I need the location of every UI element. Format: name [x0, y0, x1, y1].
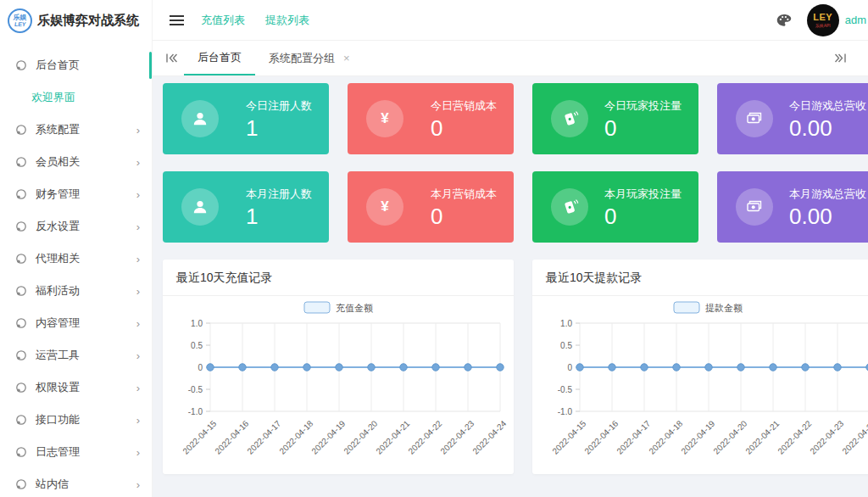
circle-icon	[15, 253, 27, 265]
sidebar-item-rebate[interactable]: 反水设置 ›	[0, 210, 152, 243]
sidebar-item-operations[interactable]: 运营工具 ›	[0, 339, 152, 371]
svg-text:2022-04-20: 2022-04-20	[711, 418, 748, 455]
sidebar-item-label: 运营工具	[36, 348, 80, 363]
recharge-chart-panel: 最近10天充值记录 充值金额1.00.50-0.5-1.02022-04-152…	[163, 260, 514, 474]
sidebar-item-finance[interactable]: 财务管理 ›	[0, 178, 152, 210]
chevron-right-icon: ›	[136, 157, 140, 168]
svg-text:1.0: 1.0	[191, 319, 203, 328]
stat-card-value: 0.00	[789, 204, 832, 228]
sidebar-item-agents[interactable]: 代理相关 ›	[0, 243, 152, 275]
svg-text:2022-04-24: 2022-04-24	[840, 418, 868, 455]
sidebar-item-welcome[interactable]: 欢迎界面	[0, 81, 152, 114]
tab-system-config-group[interactable]: 系统配置分组 ×	[255, 41, 364, 75]
svg-text:2022-04-15: 2022-04-15	[181, 418, 218, 455]
user-icon	[181, 100, 219, 137]
circle-icon	[15, 124, 27, 136]
stat-card-month-bets: 本月玩家投注量 0	[532, 171, 698, 243]
sidebar-item-welfare[interactable]: 福利活动 ›	[0, 275, 152, 307]
svg-text:2022-04-22: 2022-04-22	[406, 418, 443, 455]
stat-card-text: 今日玩家投注量 0	[604, 98, 682, 140]
sidebar-item-label: 会员相关	[36, 154, 80, 170]
stat-card-label: 本月游戏总营收	[789, 187, 866, 202]
sidebar-item-label: 欢迎界面	[31, 90, 75, 105]
chevron-right-icon: ›	[136, 254, 140, 265]
sidebar-item-api[interactable]: 接口功能 ›	[0, 404, 152, 436]
svg-text:0: 0	[567, 363, 572, 372]
svg-text:2022-04-15: 2022-04-15	[550, 418, 587, 455]
tabs-scroll-left-icon[interactable]	[159, 53, 184, 63]
panel-title: 最近10天提款记录	[532, 260, 868, 296]
svg-text:2022-04-19: 2022-04-19	[309, 418, 347, 455]
stat-card-text: 本月游戏总营收 0.00	[789, 187, 866, 228]
recharge-line-chart[interactable]: 充值金额1.00.50-0.5-1.02022-04-152022-04-162…	[163, 296, 514, 470]
header-link-recharge-list[interactable]: 充值列表	[201, 13, 245, 28]
stat-card-label: 今日营销成本	[431, 98, 497, 114]
sidebar-item-content[interactable]: 内容管理 ›	[0, 307, 152, 339]
sidebar-item-label: 系统配置	[36, 122, 80, 137]
theme-palette-icon[interactable]	[776, 14, 792, 27]
stat-card-today-registrations: 今日注册人数 1	[163, 83, 329, 154]
sidebar-menu: 后台首页 欢迎界面 系统配置 › 会员相关 › 财务管理 › 反水设置 ›	[0, 41, 152, 497]
bet-icon	[551, 100, 588, 137]
circle-icon	[15, 221, 27, 232]
tab-label: 系统配置分组	[269, 51, 335, 66]
stat-card-value: 0	[431, 204, 442, 228]
stat-cards-row-today: 今日注册人数 1 ¥ 今日营销成本 0 今日玩家投注量 0	[163, 83, 868, 154]
sidebar-item-label: 日志管理	[36, 444, 80, 460]
stat-card-text: 本月营销成本 0	[431, 187, 497, 228]
svg-text:2022-04-16: 2022-04-16	[582, 418, 620, 455]
svg-text:2022-04-16: 2022-04-16	[213, 418, 250, 455]
svg-text:2022-04-17: 2022-04-17	[615, 418, 652, 455]
money-icon	[736, 100, 773, 137]
tab-close-icon[interactable]: ×	[343, 53, 350, 64]
sidebar-item-system-config[interactable]: 系统配置 ›	[0, 114, 152, 146]
sidebar-item-label: 福利活动	[36, 283, 80, 299]
svg-text:2022-04-18: 2022-04-18	[647, 418, 684, 455]
chevron-right-icon: ›	[136, 189, 140, 200]
app-title: 乐娱博弈对战系统	[37, 13, 139, 29]
chevron-right-icon: ›	[136, 447, 140, 458]
sidebar-item-permissions[interactable]: 权限设置 ›	[0, 371, 152, 404]
chart-panels-row: 最近10天充值记录 充值金额1.00.50-0.5-1.02022-04-152…	[163, 260, 868, 474]
stat-card-value: 0	[604, 204, 616, 228]
chevron-right-icon: ›	[136, 286, 140, 297]
svg-text:0.5: 0.5	[191, 341, 203, 350]
main-content: 今日注册人数 1 ¥ 今日营销成本 0 今日玩家投注量 0	[153, 76, 868, 497]
bet-icon	[551, 188, 588, 226]
circle-icon	[15, 317, 27, 329]
svg-text:-1.0: -1.0	[558, 407, 573, 416]
svg-text:2022-04-19: 2022-04-19	[679, 418, 716, 455]
stat-card-month-marketing-cost: ¥ 本月营销成本 0	[348, 171, 514, 243]
hamburger-menu-icon[interactable]	[170, 14, 184, 26]
tabs-scroll-right-icon[interactable]	[828, 53, 853, 63]
svg-text:充值金额: 充值金额	[336, 303, 373, 313]
stat-card-label: 今日注册人数	[246, 98, 312, 114]
stat-cards-row-month: 本月注册人数 1 ¥ 本月营销成本 0 本月玩家投注量 0	[163, 171, 868, 243]
money-icon	[736, 188, 773, 226]
sidebar-item-members[interactable]: 会员相关 ›	[0, 146, 152, 178]
svg-text:2022-04-23: 2022-04-23	[808, 418, 845, 455]
svg-text:0: 0	[198, 363, 203, 372]
header-link-withdraw-list[interactable]: 提款列表	[265, 13, 309, 28]
svg-text:-0.5: -0.5	[558, 385, 573, 394]
username-label[interactable]: adm	[845, 14, 866, 26]
chevron-right-icon: ›	[136, 479, 140, 490]
user-avatar[interactable]: LEY 乐娱API	[807, 4, 839, 36]
circle-icon	[15, 414, 27, 426]
svg-text:2022-04-21: 2022-04-21	[743, 418, 781, 455]
stat-card-text: 今日营销成本 0	[431, 98, 497, 140]
tab-dashboard[interactable]: 后台首页	[184, 41, 255, 75]
stat-card-today-bets: 今日玩家投注量 0	[532, 83, 698, 154]
stat-card-value: 0	[431, 116, 442, 140]
svg-text:2022-04-20: 2022-04-20	[342, 418, 379, 455]
sidebar-item-messages[interactable]: 站内信 ›	[0, 468, 152, 497]
logo-text-top: 乐娱	[14, 14, 27, 21]
logo-text-bottom: LEY	[14, 21, 26, 27]
sidebar-item-label: 反水设置	[36, 219, 80, 234]
top-header: 充值列表 提款列表 LEY 乐娱API adm	[153, 0, 868, 41]
sidebar-item-dashboard[interactable]: 后台首页	[0, 49, 152, 81]
withdraw-line-chart[interactable]: 提款金额1.00.50-0.5-1.02022-04-152022-04-162…	[532, 296, 868, 470]
stat-card-text: 今日游戏总营收 0.00	[789, 98, 866, 140]
sidebar-item-logs[interactable]: 日志管理 ›	[0, 436, 152, 468]
stat-card-text: 本月玩家投注量 0	[604, 187, 682, 228]
